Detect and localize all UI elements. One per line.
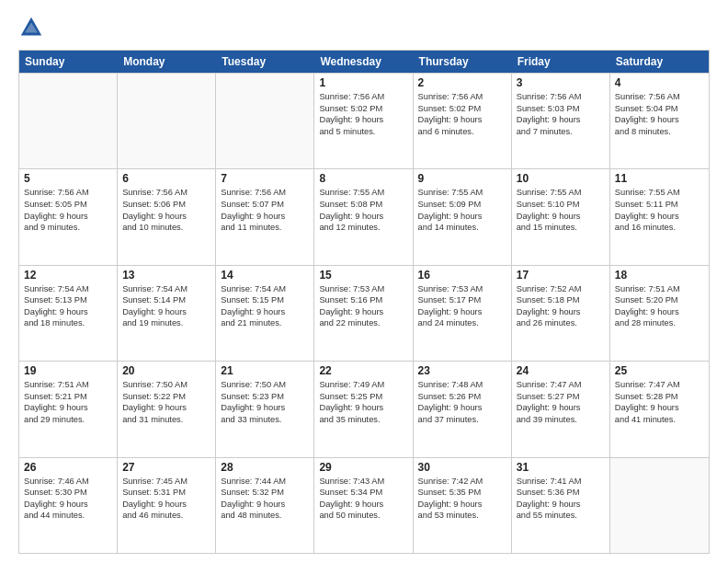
cell-line: Sunset: 5:21 PM [24,391,112,403]
day-number-25: 25 [615,364,704,377]
cell-line: Sunset: 5:32 PM [221,487,309,499]
cal-cell-2-6: 18Sunrise: 7:51 AMSunset: 5:20 PMDayligh… [610,266,709,361]
cell-line: and 44 minutes. [24,510,112,522]
week-row-5: 26Sunrise: 7:46 AMSunset: 5:30 PMDayligh… [19,457,709,553]
cell-line: Daylight: 9 hours [221,499,309,511]
cell-line: Daylight: 9 hours [418,211,506,223]
cell-line: Sunrise: 7:55 AM [319,187,407,199]
cell-line: Sunrise: 7:56 AM [615,91,704,103]
cell-line: Daylight: 9 hours [122,211,210,223]
cell-line: Daylight: 9 hours [122,402,210,414]
cell-line: and 10 minutes. [122,222,210,234]
cal-cell-2-3: 15Sunrise: 7:53 AMSunset: 5:16 PMDayligh… [314,266,413,361]
cal-cell-2-4: 16Sunrise: 7:53 AMSunset: 5:17 PMDayligh… [414,266,512,361]
day-number-22: 22 [319,364,407,377]
cell-line: and 48 minutes. [221,510,309,522]
cal-cell-0-5: 3Sunrise: 7:56 AMSunset: 5:03 PMDaylight… [512,74,610,168]
day-number-4: 4 [615,76,704,89]
cell-line: and 7 minutes. [517,126,605,138]
cell-line: and 9 minutes. [24,222,112,234]
cal-cell-0-3: 1Sunrise: 7:56 AMSunset: 5:02 PMDaylight… [314,74,413,168]
day-number-13: 13 [122,269,210,282]
cell-line: Sunrise: 7:55 AM [517,187,605,199]
cell-line: Sunrise: 7:50 AM [122,379,210,391]
cell-line: Sunset: 5:13 PM [24,294,112,306]
cell-line: Sunset: 5:10 PM [517,199,605,211]
cell-line: Daylight: 9 hours [517,306,605,318]
cell-line: and 8 minutes. [615,126,704,138]
cell-line: Daylight: 9 hours [418,402,506,414]
cell-line: Sunrise: 7:47 AM [517,379,605,391]
header-monday: Monday [118,51,216,73]
cal-cell-4-6 [610,458,709,553]
cell-line: Daylight: 9 hours [24,402,112,414]
cell-line: Daylight: 9 hours [615,114,704,126]
day-number-19: 19 [24,364,112,377]
cal-cell-4-5: 31Sunrise: 7:41 AMSunset: 5:36 PMDayligh… [512,458,610,553]
cell-line: Daylight: 9 hours [418,306,506,318]
cell-line: Sunset: 5:15 PM [221,294,309,306]
day-number-16: 16 [418,269,506,282]
cell-line: Sunrise: 7:56 AM [319,91,407,103]
cell-line: Daylight: 9 hours [319,211,407,223]
cell-line: Sunset: 5:16 PM [319,294,407,306]
cell-line: Sunrise: 7:54 AM [221,283,309,295]
cal-cell-3-3: 22Sunrise: 7:49 AMSunset: 5:25 PMDayligh… [314,362,413,456]
cell-line: Daylight: 9 hours [517,499,605,511]
day-number-20: 20 [122,364,210,377]
cell-line: and 19 minutes. [122,317,210,329]
cell-line: Daylight: 9 hours [24,499,112,511]
cell-line: Sunset: 5:08 PM [319,199,407,211]
cell-line: Sunset: 5:28 PM [615,391,704,403]
cell-line: Sunset: 5:25 PM [319,391,407,403]
cell-line: Sunrise: 7:48 AM [418,379,506,391]
cell-line: Sunset: 5:18 PM [517,294,605,306]
cal-cell-4-4: 30Sunrise: 7:42 AMSunset: 5:35 PMDayligh… [414,458,512,553]
cell-line: and 24 minutes. [418,317,506,329]
cell-line: Daylight: 9 hours [517,114,605,126]
cell-line: Sunset: 5:31 PM [122,487,210,499]
cal-cell-4-3: 29Sunrise: 7:43 AMSunset: 5:34 PMDayligh… [314,458,413,553]
cell-line: Sunrise: 7:52 AM [517,283,605,295]
day-number-17: 17 [517,269,605,282]
cell-line: Sunrise: 7:51 AM [615,283,704,295]
cell-line: Sunrise: 7:54 AM [24,283,112,295]
day-number-6: 6 [122,172,210,185]
cell-line: Daylight: 9 hours [319,114,407,126]
cal-cell-0-2 [216,74,314,168]
cell-line: Sunrise: 7:47 AM [615,379,704,391]
day-number-2: 2 [418,76,506,89]
cell-line: and 35 minutes. [319,414,407,426]
cell-line: and 31 minutes. [122,414,210,426]
cal-cell-2-5: 17Sunrise: 7:52 AMSunset: 5:18 PMDayligh… [512,266,610,361]
cell-line: Sunrise: 7:51 AM [24,379,112,391]
cell-line: Sunset: 5:07 PM [221,199,309,211]
cal-cell-3-5: 24Sunrise: 7:47 AMSunset: 5:27 PMDayligh… [512,362,610,456]
cell-line: Sunset: 5:23 PM [221,391,309,403]
cell-line: and 46 minutes. [122,510,210,522]
cell-line: and 39 minutes. [517,414,605,426]
cell-line: and 29 minutes. [24,414,112,426]
cell-line: Sunset: 5:22 PM [122,391,210,403]
cell-line: Sunrise: 7:56 AM [221,187,309,199]
cell-line: Daylight: 9 hours [517,402,605,414]
cal-cell-0-4: 2Sunrise: 7:56 AMSunset: 5:02 PMDaylight… [414,74,512,168]
cell-line: Sunrise: 7:42 AM [418,476,506,488]
cal-cell-3-6: 25Sunrise: 7:47 AMSunset: 5:28 PMDayligh… [610,362,709,456]
cell-line: Daylight: 9 hours [418,499,506,511]
cell-line: Sunrise: 7:50 AM [221,379,309,391]
cell-line: and 18 minutes. [24,317,112,329]
day-number-29: 29 [319,461,407,474]
cell-line: Daylight: 9 hours [24,211,112,223]
day-number-15: 15 [319,269,407,282]
cell-line: and 41 minutes. [615,414,704,426]
cal-cell-1-6: 11Sunrise: 7:55 AMSunset: 5:11 PMDayligh… [610,169,709,264]
day-number-21: 21 [221,364,309,377]
cell-line: Sunset: 5:06 PM [122,199,210,211]
cell-line: Sunrise: 7:49 AM [319,379,407,391]
cell-line: and 5 minutes. [319,126,407,138]
day-number-24: 24 [517,364,605,377]
cell-line: Daylight: 9 hours [221,306,309,318]
cell-line: and 11 minutes. [221,222,309,234]
day-number-8: 8 [319,172,407,185]
